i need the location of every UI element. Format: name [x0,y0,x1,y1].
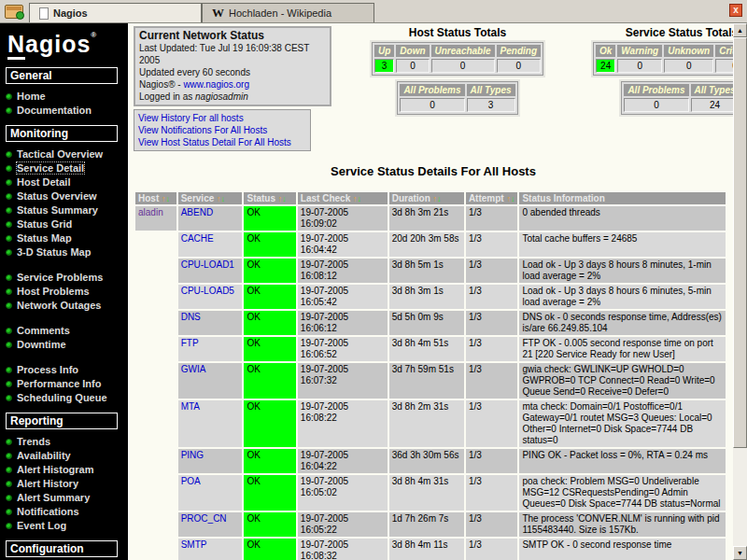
totals-value-up[interactable]: 3 [374,59,394,73]
service-link[interactable]: PROC_CN [181,513,227,524]
column-header-attempt[interactable]: Attempt ↑↓ [466,192,518,204]
sidebar-item-status-map[interactable]: Status Map [6,232,72,244]
sidebar-item-label: Service Detail [17,162,84,174]
sidebar-item-documentation[interactable]: Documentation [6,105,92,116]
sidebar-item-host-detail[interactable]: Host Detail [6,176,70,188]
service-cell[interactable]: ABEND [178,206,243,231]
sidebar-item-host-problems[interactable]: Host Problems [6,286,90,297]
service-cell[interactable]: PING [178,449,243,473]
totals-value-critical[interactable]: 0 [715,59,733,73]
sidebar-item-3-d-status-map[interactable]: 3-D Status Map [6,246,91,258]
sort-desc-icon[interactable]: ↓ [282,194,287,203]
link-view-notifications-for-all-hosts[interactable]: View Notifications For All Hosts [138,124,306,136]
last-check-cell: 19-07-2005 16:08:22 [298,400,388,447]
service-cell[interactable]: POA [178,475,243,511]
totals-value-warning[interactable]: 0 [617,59,662,73]
sort-desc-icon[interactable]: ↓ [437,194,442,203]
service-link[interactable]: PING [181,450,204,460]
sidebar-item-availability[interactable]: Availability [6,450,71,461]
status-badge: OK [244,206,295,231]
sidebar-item-downtime[interactable]: Downtime [6,339,66,350]
service-link[interactable]: SMTP [181,539,207,550]
totals-value-down[interactable]: 0 [396,59,429,73]
browser-app-icon[interactable] [5,5,23,19]
table-row: MTAOK19-07-2005 16:08:223d 8h 2m 31s1/3m… [135,400,726,447]
sort-desc-icon[interactable]: ↓ [358,194,362,203]
green-dot-icon [6,342,12,348]
column-header-status[interactable]: Status ↑↓ [244,192,295,204]
totals-value-ok[interactable]: 24 [596,59,615,73]
host-cell [135,311,176,335]
scroll-down-icon[interactable]: ▼ [733,546,747,560]
sidebar-item-alert-summary[interactable]: Alert Summary [6,492,90,503]
host-cell[interactable]: aladin [135,206,176,231]
sidebar-item-event-log[interactable]: Event Log [6,520,66,531]
scrollbar-thumb[interactable] [733,37,747,448]
sidebar-item-status-grid[interactable]: Status Grid [6,218,72,230]
service-cell[interactable]: FTP [178,337,243,361]
status-information-cell: DNS ok - 0 seconds response time, Addres… [519,311,726,335]
column-header-last-check[interactable]: Last Check ↑↓ [298,192,388,204]
sidebar-item-status-summary[interactable]: Status Summary [6,204,98,216]
sidebar-item-alert-histogram[interactable]: Alert Histogram [6,464,94,475]
service-link[interactable]: CACHE [181,233,214,244]
service-link[interactable]: FTP [181,338,199,348]
tab-nagios[interactable]: Nagios [29,3,202,22]
sort-desc-icon[interactable]: ↓ [166,194,171,203]
service-cell[interactable]: PROC_CN [178,512,243,537]
totals-value-all-types[interactable]: 24 [691,98,733,112]
link-view-host-status-detail-for-all-hosts[interactable]: View Host Status Detail For All Hosts [138,136,306,148]
service-link[interactable]: DNS [181,312,201,322]
table-row: POAOK19-07-2005 16:05:023d 8h 4m 31s1/3p… [135,475,726,511]
totals-header-unknown: Unknown [664,45,713,57]
host-link[interactable]: aladin [138,207,163,217]
service-cell[interactable]: SMTP [178,539,243,560]
nagios-org-link[interactable]: www.nagios.org [183,79,249,90]
service-cell[interactable]: DNS [178,311,243,335]
totals-value-unreachable[interactable]: 0 [431,59,495,73]
service-link[interactable]: CPU-LOAD5 [181,286,234,296]
link-view-history-for-all-hosts[interactable]: View History For all hosts [138,112,306,124]
sidebar-item-tactical-overview[interactable]: Tactical Overview [6,148,103,160]
sidebar-item-notifications[interactable]: Notifications [6,506,79,517]
sidebar-item-performance-info[interactable]: Performance Info [6,378,101,389]
totals-value-all-problems[interactable]: 0 [400,98,464,112]
sidebar-item-service-problems[interactable]: Service Problems [6,272,103,283]
totals-value-all-problems[interactable]: 0 [624,98,688,112]
service-link[interactable]: MTA [181,401,200,412]
sort-desc-icon[interactable]: ↓ [221,194,226,203]
logged-in-user: nagiosadmin [195,91,248,102]
sidebar-item-network-outages[interactable]: Network Outages [6,300,101,311]
service-cell[interactable]: CPU-LOAD5 [178,285,243,309]
service-link[interactable]: CPU-LOAD1 [181,259,234,270]
totals-value-pending[interactable]: 0 [497,59,541,73]
scroll-up-icon[interactable]: ▲ [733,23,747,37]
vertical-scrollbar[interactable]: ▲ ▼ [733,23,747,560]
attempt-cell: 1/3 [466,285,518,309]
sidebar-item-scheduling-queue[interactable]: Scheduling Queue [6,392,107,403]
close-tab-icon[interactable]: x [729,4,742,17]
sidebar-item-comments[interactable]: Comments [6,325,70,336]
service-link[interactable]: ABEND [181,207,213,217]
sort-desc-icon[interactable]: ↓ [511,194,515,203]
column-header-host[interactable]: Host ↑↓ [135,192,176,204]
green-dot-icon [6,151,12,158]
service-cell[interactable]: GWIA [178,363,243,399]
service-cell[interactable]: CACHE [178,232,243,257]
sidebar-item-home[interactable]: Home [6,91,46,102]
service-link[interactable]: POA [181,476,201,486]
sidebar-item-process-info[interactable]: Process Info [6,364,78,375]
sidebar-item-label: Scheduling Queue [17,392,107,403]
service-cell[interactable]: CPU-LOAD1 [178,259,243,283]
sidebar-item-trends[interactable]: Trends [6,436,50,447]
totals-value-unknown[interactable]: 0 [664,59,713,73]
totals-value-all-types[interactable]: 3 [467,98,515,112]
tab-wikipedia[interactable]: W Hochladen - Wikipedia [202,3,374,22]
service-link[interactable]: GWIA [181,364,206,374]
column-header-service[interactable]: Service ↑↓ [178,192,243,204]
sidebar-item-service-detail[interactable]: Service Detail [6,162,84,174]
service-cell[interactable]: MTA [178,400,243,447]
sidebar-item-status-overview[interactable]: Status Overview [6,190,97,202]
sidebar-item-alert-history[interactable]: Alert History [6,478,78,489]
column-header-duration[interactable]: Duration ↑↓ [389,192,464,204]
